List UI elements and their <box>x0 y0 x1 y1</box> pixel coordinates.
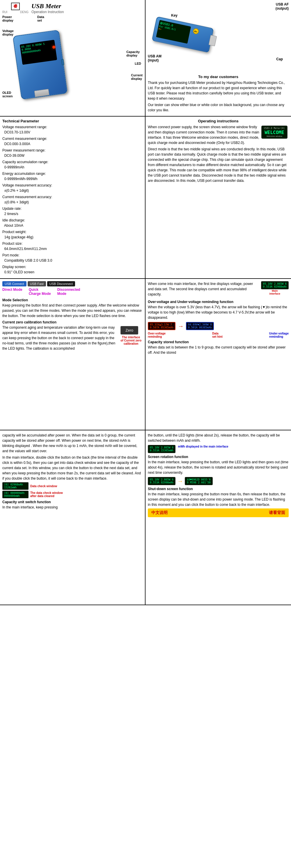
back-label-text: 请看背面 <box>269 510 285 516</box>
screen-rotation-title: Screen rotation function <box>148 455 289 459</box>
technical-title: Technical Parameter <box>2 119 143 123</box>
voltage-screens-row: 05.31V▲3.17W 7 0.587A 05365mAh → 04.69V▼… <box>148 322 289 330</box>
direct-mode-label: Direct Mode <box>2 287 23 296</box>
zero-button[interactable]: Zero <box>120 326 138 335</box>
current-display-label: Currentdisplay <box>131 73 143 81</box>
tech-p1: Voltage measurement range: DC03.70-13.00… <box>2 124 143 135</box>
data-check-cleared-label: The data check windowafter data cleared <box>30 491 63 498</box>
tech-p13: Display screen: 0.91'' OLED screen <box>2 264 143 275</box>
voltage-screen-labels: Over-voltagereminding Dataset hint Under… <box>148 332 289 338</box>
current-zero-title: Current zero calibration function <box>2 320 143 324</box>
arrow-separator: → <box>178 323 184 330</box>
chinese-label-bar: 中文说明 请看背面 <box>148 508 289 517</box>
usb-af-label: USB AF(output) <box>148 2 289 10</box>
capacity-cont-text: capacity will be accumulated after power… <box>2 433 143 454</box>
tech-p8: Update rate: 2 times/s <box>2 206 143 216</box>
logo-area: 睿 RUI DENG USB Meter Operation Instructi… <box>2 2 143 14</box>
overvoltage-title: Over-voltage and Under-voltage reminding… <box>148 300 289 304</box>
mwh-display-area: 05.18V 2.865W 6 0.553A 15365mWh mWh disp… <box>148 445 289 453</box>
tech-p12: Port mode: Compatibility USB 2.0 USB 3.0 <box>2 253 143 263</box>
usb-connect-btn[interactable]: USB Connect <box>2 281 27 286</box>
disconnected-mode-label: DisconnectedMode <box>57 287 80 296</box>
tech-p7: Current measurement accuracy: ±(0.8% + 3… <box>2 194 143 205</box>
uv-reminder-label: Under-voltagereminding <box>269 332 289 338</box>
quick-mode-label: QuickCharge Mode <box>29 287 51 296</box>
capacity-unit-title: Capacity unit switch function <box>2 500 143 504</box>
usb-disconnect-btn[interactable]: USB Disconnect <box>47 281 75 286</box>
data-set-label: Dataset <box>37 15 44 22</box>
intro-text-area: To my dear customers Thank you for purch… <box>148 74 289 113</box>
shutdown-screens-row: 05.18V 2.865W 6 0.553A 02998mAh → 44♥896… <box>148 477 289 485</box>
ov-reminder-label: Over-voltagereminding <box>148 332 166 338</box>
bottom-left-panel: capacity will be accumulated after power… <box>0 430 145 604</box>
data-check-screen-1: [6] 02968mAh 15202mWh <box>2 482 29 490</box>
tech-p11: Product size: 64.0mmX21.6mmX11.2mm <box>2 241 143 251</box>
data-check-intro-text: In the main interface, double click the … <box>2 455 143 481</box>
app-title: USB Meter <box>31 2 64 10</box>
top-section: 睿 RUI DENG USB Meter Operation Instructi… <box>0 0 291 117</box>
shutdown-title: Shut-down screen function <box>148 487 289 491</box>
rui-deng-label: RUI DENG <box>2 10 29 14</box>
data-set-hint-label: Dataset hint <box>212 332 223 338</box>
mode-right-panel: When come into main interface, the first… <box>145 279 291 430</box>
voltage-display-label: Voltagedisplay <box>2 29 14 36</box>
zero-calibration-area: Zero The interfaceof Current zerocalibra… <box>120 326 141 345</box>
usb-am-label: USB AM(input) <box>148 54 161 62</box>
capacity-stored-title: Capacity stored function <box>148 340 289 344</box>
capacity-unit-text: In the main interface, keep pressing <box>2 505 143 510</box>
main-interface-screen: 05.18V 2.865W 6 0.553A 02968mAh Maininte… <box>261 281 289 295</box>
intro-para1: Thank you for purchasing USB Meter produ… <box>148 80 289 101</box>
shutdown-screen-1: 05.18V 2.865W 6 0.553A 02998mAh <box>148 477 176 485</box>
mode-labels-row: Direct Mode QuickCharge Mode Disconnecte… <box>2 287 143 296</box>
ov-screen: 05.31V▲3.17W 7 0.587A 05365mAh <box>148 322 176 330</box>
tech-p3: Power measurement range: DC0-39.00W <box>2 148 143 158</box>
data-check-window-label: Data check window <box>30 485 57 488</box>
subtitle: Operation Instruction <box>31 10 64 14</box>
usb-fast-btn[interactable]: USB Fast <box>28 281 46 286</box>
mode-selection-text: Keep pressing the button first and then … <box>2 303 143 318</box>
middle-section: Technical Parameter Voltage measurement … <box>0 117 291 279</box>
operating-para2: Direct mode is that the two middle signa… <box>148 147 289 183</box>
mwh-label: mWh displayed in the main interface <box>178 445 228 448</box>
intro-para2: Our tester can show either blue or white… <box>148 102 289 113</box>
mwh-screen: 05.18V 2.865W 6 0.553A 15365mWh <box>148 445 176 453</box>
tech-p4: Capacity accumulation range: 0-99999mAh <box>2 159 143 170</box>
zero-calibration-label: The interfaceof Current zerocalibration <box>120 336 141 345</box>
device-diagram: Power display Voltagedisplay Dataset 05.… <box>2 15 143 108</box>
power-display-label: Power display <box>2 15 13 22</box>
tech-p9: Idle discharge: About 10mA <box>2 218 143 228</box>
overvoltage-text: When the voltage is over 5.3V (less than… <box>148 305 289 320</box>
cap-label: Cap <box>276 57 283 61</box>
operating-title: Operating instructions <box>148 119 289 123</box>
led-label: LED <box>135 62 141 65</box>
bottom-section: capacity will be accumulated after power… <box>0 430 291 605</box>
top-right-panel: USB AF(output) Key 睿USB3.0 For USB2.0/1 … <box>145 0 291 116</box>
shutdown-text: In the main interface, keep pressing the… <box>148 492 289 507</box>
mode-buttons-row: USB Connect USB Fast USB Disconnect <box>2 281 143 286</box>
mode-section: USB Connect USB Fast USB Disconnect Dire… <box>0 279 291 430</box>
tech-p10: Product weight: 14g (package 46g) <box>2 229 143 240</box>
capacity-display-label: Capacitydisplay <box>126 50 140 57</box>
key-label: Key <box>171 13 178 18</box>
tech-p5: Energy accumulation range: 0-99999mWh-99… <box>2 171 143 182</box>
data-check-window-row: [6] 02968mAh 15202mWh Data check window <box>2 482 143 490</box>
mode-left-panel: USB Connect USB Fast USB Disconnect Dire… <box>0 279 145 430</box>
screen-rotation-text: In the main interface, keep pressing the… <box>148 460 289 475</box>
arrow-to-shutdown: → <box>177 478 183 485</box>
bottom-right-panel: the button, until the LED lights (time a… <box>145 430 291 604</box>
chinese-label-text: 中文说明 <box>151 510 168 516</box>
welcome-screen-display: USB3.0 Meter(H) WELCOME Welcome window <box>261 126 288 139</box>
top-left-panel: 睿 RUI DENG USB Meter Operation Instructi… <box>0 0 145 116</box>
mode-selection-title: Mode Selection <box>2 298 143 302</box>
main-interface-area: When come into main interface, the first… <box>148 281 289 298</box>
data-check-screen-2: [6] 000000mAh 0000000mWh <box>2 491 29 498</box>
device2-area: Key 睿USB3.0 For USB2.0/1 K+ K+ <box>148 13 289 72</box>
technical-panel: Technical Parameter Voltage measurement … <box>0 117 145 278</box>
main-interface-text: When come into main interface, the first… <box>148 281 259 297</box>
tech-p2: Current measurement range: DC0.000-3.000… <box>2 136 143 147</box>
uv-screen: 04.69V▼2.349W 8 0.501A 06385mAh <box>186 322 214 330</box>
intro-title: To my dear customers <box>148 74 289 79</box>
data-check-cleared-row: [6] 000000mAh 0000000mWh The data check … <box>2 491 143 498</box>
capacity-stored-text: When data set is between the 1 to 9 grou… <box>148 345 289 355</box>
shutdown-screen-2: 44♥8962D 0655'0 9 M598 2 A01'50 <box>185 477 212 485</box>
